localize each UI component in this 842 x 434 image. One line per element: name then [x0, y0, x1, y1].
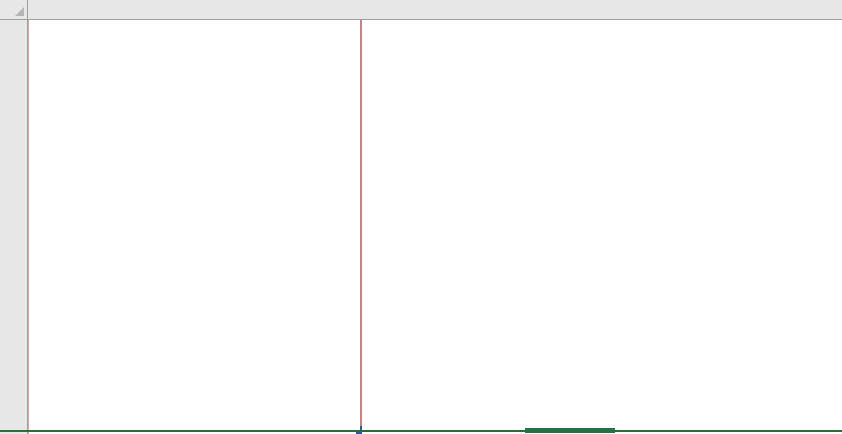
active-cell-border-g17: [525, 428, 615, 433]
sheet-grid: [28, 20, 842, 434]
excel-worksheet: [0, 0, 842, 434]
apollo-table: [28, 20, 362, 434]
table-body: [29, 20, 360, 434]
column-headers: [28, 0, 842, 20]
select-all-icon: [15, 7, 24, 16]
row-headers: [0, 20, 28, 434]
select-all-button[interactable]: [0, 0, 28, 20]
empty-cells-grid: [362, 20, 842, 434]
sheet-bottom-border: [0, 430, 842, 432]
